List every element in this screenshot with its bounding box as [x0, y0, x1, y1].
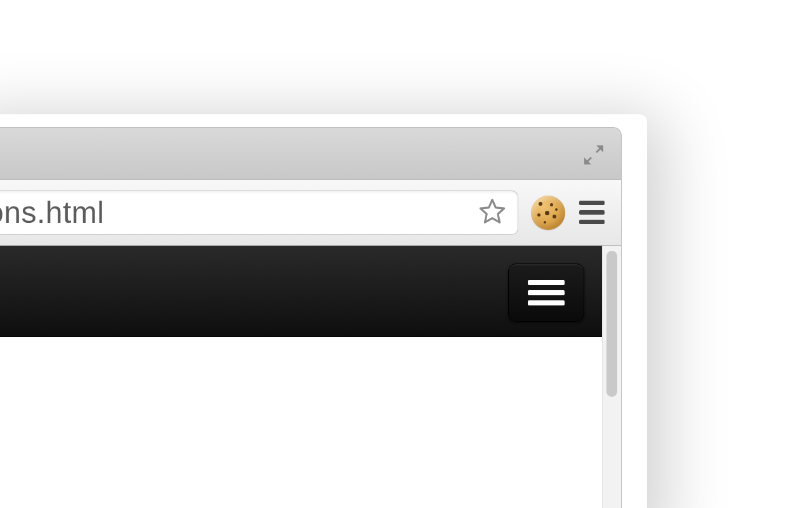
address-bar[interactable]: tions.html	[0, 190, 518, 235]
star-icon	[477, 196, 508, 229]
page-body	[0, 337, 602, 508]
browser-toolbar: tions.html	[0, 180, 621, 246]
fullscreen-button[interactable]	[580, 142, 607, 168]
chrome-menu-button[interactable]	[574, 195, 610, 231]
hamburger-icon	[579, 201, 605, 224]
address-bar-text: tions.html	[0, 195, 475, 230]
page-nav-toggle-button[interactable]	[508, 264, 584, 322]
vertical-scrollbar[interactable]	[602, 246, 621, 508]
cookie-extension-button[interactable]	[531, 196, 565, 230]
page-viewport	[0, 246, 602, 508]
bookmark-button[interactable]	[475, 195, 510, 231]
cookie-icon	[531, 196, 565, 230]
expand-arrows-icon	[582, 144, 605, 166]
page-navbar	[0, 246, 602, 337]
browser-window: tions.html	[0, 127, 622, 508]
window-titlebar	[0, 128, 621, 180]
hamburger-icon	[528, 280, 565, 305]
browser-content	[0, 246, 621, 508]
scrollbar-thumb[interactable]	[606, 251, 617, 397]
